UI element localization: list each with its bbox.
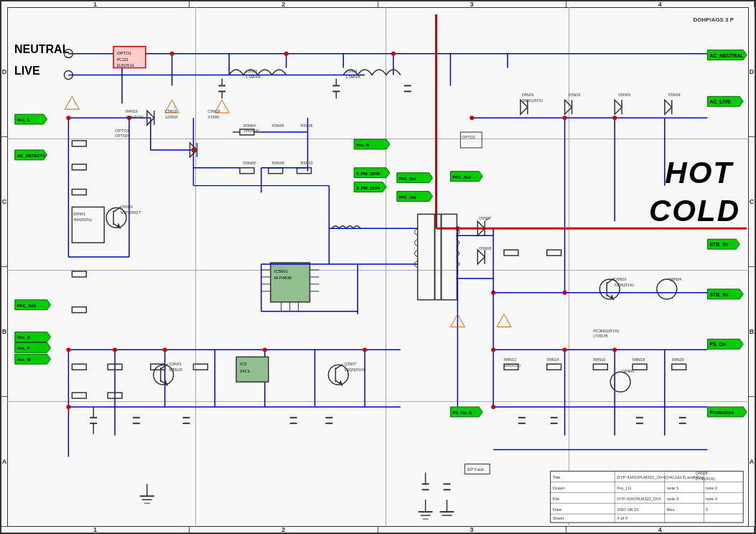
svg-text:MBN18: MBN18	[169, 367, 182, 372]
svg-text:120N/K: 120N/K	[165, 115, 179, 119]
svg-marker-241	[354, 139, 390, 149]
col-marker-3: 3	[378, 1, 566, 7]
svg-rect-170	[72, 307, 86, 313]
svg-text:Drawn: Drawn	[553, 486, 565, 490]
svg-line-110	[335, 380, 342, 385]
svg-text:Protective: Protective	[709, 410, 734, 415]
grid-line-h2	[7, 270, 749, 271]
svg-text:3: 3	[705, 507, 708, 512]
svg-text:note 1: note 1	[667, 486, 679, 490]
row-marker-A: A	[1, 397, 7, 527]
svg-marker-93	[147, 111, 154, 125]
svg-text:4N4(R2%): 4N4(R2%)	[73, 217, 92, 222]
col-marker-b3: 3	[378, 527, 566, 533]
schematic-svg: OPTO1 PC123 EL817K1A IC5001 W P4836	[7, 7, 749, 527]
svg-rect-172	[72, 393, 86, 398]
svg-text:D5N03: D5N03	[618, 93, 630, 97]
svg-text:14K(R1%): 14K(R1%)	[243, 129, 260, 133]
svg-marker-106	[164, 380, 168, 385]
svg-marker-225	[15, 300, 51, 310]
svg-text:D5N07: D5N07	[479, 216, 491, 220]
svg-text:STB_5V: STB_5V	[709, 242, 729, 247]
svg-line-105	[161, 380, 168, 385]
svg-rect-166	[72, 141, 86, 146]
svg-point-117	[657, 279, 677, 299]
svg-rect-167	[72, 164, 86, 170]
svg-marker-207	[65, 96, 79, 109]
svg-text:DYP-41ROPLM322_OV4: DYP-41ROPLM322_OV4	[617, 497, 661, 501]
svg-text:AC_LIVE: AC_LIVE	[709, 99, 731, 104]
row-marker-B: B	[1, 267, 7, 397]
svg-rect-182	[504, 364, 518, 370]
svg-marker-235	[15, 150, 47, 160]
svg-line-99	[113, 207, 121, 212]
svg-point-97	[106, 207, 126, 228]
svg-text:4 of 4: 4 of 4	[617, 516, 628, 520]
svg-rect-76	[271, 263, 310, 302]
svg-marker-219	[15, 332, 51, 342]
svg-text:PFC_Out: PFC_Out	[452, 175, 470, 179]
svg-text:Q3N07: Q3N07	[344, 362, 356, 366]
svg-point-119	[683, 472, 704, 492]
svg-text:DOHP/AGS 3 P: DOHP/AGS 3 P	[694, 17, 734, 23]
svg-text:C5N18: C5N18	[207, 109, 220, 113]
col-marker-2: 2	[190, 1, 378, 7]
svg-marker-211	[497, 314, 511, 327]
row-markers-left: D C B A	[1, 7, 7, 527]
svg-line-189	[485, 217, 490, 221]
svg-point-61	[163, 347, 167, 352]
svg-text:IC3: IC3	[240, 362, 247, 366]
svg-marker-101	[117, 222, 121, 228]
svg-marker-221	[15, 342, 51, 352]
svg-point-64	[491, 347, 495, 352]
svg-text:STB_5V: STB_5V	[709, 292, 729, 297]
svg-text:LTV817B: LTV817B	[593, 334, 608, 338]
svg-rect-329	[465, 464, 490, 474]
grid-line-v3	[569, 7, 569, 527]
svg-text:Q8N08: Q8N08	[696, 471, 708, 475]
svg-text:L5N03: L5N03	[246, 69, 257, 73]
svg-marker-229	[707, 339, 743, 349]
svg-marker-190	[477, 250, 485, 264]
row-markers-right: D C B A	[749, 7, 755, 527]
svg-line-115	[607, 295, 614, 300]
svg-text:R5N05: R5N05	[272, 123, 284, 128]
svg-marker-187	[477, 221, 485, 235]
svg-text:Fru_LG: Fru_LG	[617, 486, 632, 490]
svg-text:DYN5(R1%): DYN5(R1%)	[696, 477, 716, 481]
svg-marker-290	[397, 173, 433, 183]
svg-line-100	[113, 223, 121, 228]
svg-point-102	[154, 365, 174, 385]
svg-text:2007-08-10: 2007-08-10	[617, 507, 639, 512]
svg-text:Q8N06: Q8N06	[622, 369, 634, 373]
svg-marker-292	[397, 192, 433, 202]
svg-rect-184	[593, 364, 607, 370]
svg-rect-263	[551, 471, 744, 523]
svg-marker-203	[165, 100, 179, 113]
svg-point-68	[491, 405, 495, 409]
svg-rect-322	[460, 132, 482, 148]
svg-text:R8N16: R8N16	[593, 357, 605, 362]
svg-rect-185	[633, 364, 647, 370]
schematic-container: 1 2 3 4 1 2 3 4 D C B A D C B A NEUTRAL …	[0, 0, 756, 534]
svg-marker-217	[707, 239, 739, 249]
svg-text:OPTO1: OPTO1	[115, 128, 130, 133]
svg-point-50	[66, 116, 70, 120]
svg-text:AC_NEUTRAL: AC_NEUTRAL	[709, 53, 744, 58]
svg-text:4_PM_15V6: 4_PM_15V6	[356, 172, 380, 176]
svg-text:R8N12: R8N12	[504, 357, 516, 362]
svg-point-51	[127, 116, 131, 120]
svg-rect-171	[72, 364, 86, 370]
svg-rect-186	[672, 364, 686, 370]
svg-text:File: File	[553, 497, 560, 501]
svg-marker-243	[450, 172, 482, 182]
svg-text:R8N20: R8N20	[672, 357, 684, 362]
svg-text:R5N06: R5N06	[301, 123, 313, 128]
svg-text:Q8N02: Q8N02	[614, 277, 626, 281]
label-neutral: NEUTRAL	[14, 43, 69, 56]
svg-text:note 4: note 4	[705, 497, 717, 501]
svg-text:1.5MH/K: 1.5MH/K	[345, 75, 361, 79]
row-marker-rD: D	[749, 7, 755, 137]
svg-rect-178	[269, 168, 283, 174]
svg-text:EP Fault: EP Fault	[467, 467, 484, 472]
